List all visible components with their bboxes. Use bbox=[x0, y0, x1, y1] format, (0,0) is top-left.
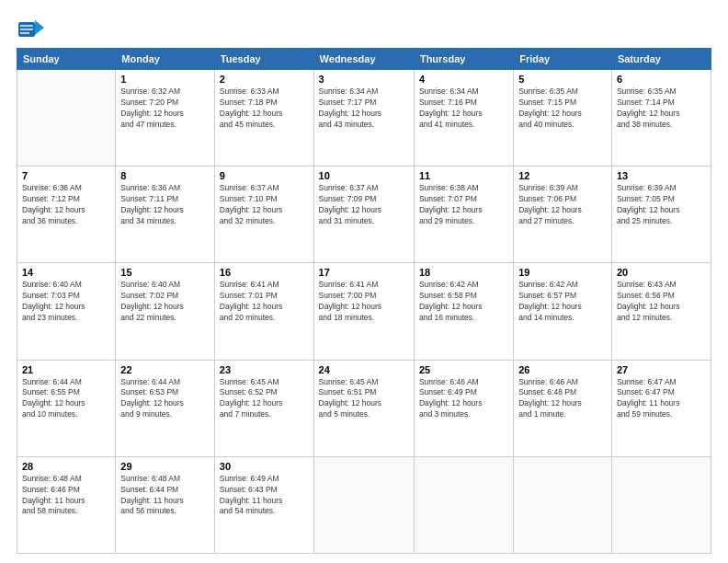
header bbox=[17, 15, 711, 40]
day-cell: 16Sunrise: 6:41 AM Sunset: 7:01 PM Dayli… bbox=[214, 263, 313, 360]
day-info: Sunrise: 6:43 AM Sunset: 6:56 PM Dayligh… bbox=[617, 280, 706, 324]
day-cell: 30Sunrise: 6:49 AM Sunset: 6:43 PM Dayli… bbox=[214, 456, 313, 553]
weekday-header-thursday: Thursday bbox=[414, 49, 513, 70]
day-info: Sunrise: 6:46 AM Sunset: 6:49 PM Dayligh… bbox=[419, 377, 508, 421]
day-info: Sunrise: 6:32 AM Sunset: 7:20 PM Dayligh… bbox=[120, 86, 210, 131]
day-info: Sunrise: 6:45 AM Sunset: 6:51 PM Dayligh… bbox=[319, 377, 409, 421]
day-info: Sunrise: 6:41 AM Sunset: 7:01 PM Dayligh… bbox=[220, 280, 309, 324]
day-number: 29 bbox=[120, 461, 210, 472]
day-number: 16 bbox=[220, 267, 309, 278]
day-info: Sunrise: 6:40 AM Sunset: 7:03 PM Dayligh… bbox=[22, 280, 110, 324]
day-info: Sunrise: 6:44 AM Sunset: 6:55 PM Dayligh… bbox=[22, 377, 110, 421]
day-number: 30 bbox=[220, 461, 309, 472]
day-info: Sunrise: 6:37 AM Sunset: 7:09 PM Dayligh… bbox=[319, 183, 409, 227]
day-cell bbox=[611, 456, 711, 553]
day-number: 28 bbox=[22, 461, 110, 472]
day-cell: 4Sunrise: 6:34 AM Sunset: 7:16 PM Daylig… bbox=[414, 70, 513, 167]
svg-rect-2 bbox=[20, 25, 33, 27]
day-number: 19 bbox=[518, 267, 607, 278]
day-info: Sunrise: 6:35 AM Sunset: 7:15 PM Dayligh… bbox=[518, 86, 607, 131]
day-cell: 29Sunrise: 6:48 AM Sunset: 6:44 PM Dayli… bbox=[116, 456, 215, 553]
day-info: Sunrise: 6:46 AM Sunset: 6:48 PM Dayligh… bbox=[518, 377, 607, 421]
day-cell bbox=[17, 70, 116, 167]
day-number: 21 bbox=[22, 364, 110, 375]
week-row-5: 28Sunrise: 6:48 AM Sunset: 6:46 PM Dayli… bbox=[17, 456, 711, 553]
svg-rect-4 bbox=[20, 32, 29, 34]
day-cell: 24Sunrise: 6:45 AM Sunset: 6:51 PM Dayli… bbox=[313, 360, 414, 456]
day-info: Sunrise: 6:48 AM Sunset: 6:44 PM Dayligh… bbox=[120, 474, 210, 518]
day-info: Sunrise: 6:39 AM Sunset: 7:06 PM Dayligh… bbox=[518, 183, 607, 227]
day-cell: 9Sunrise: 6:37 AM Sunset: 7:10 PM Daylig… bbox=[214, 167, 313, 263]
day-info: Sunrise: 6:36 AM Sunset: 7:12 PM Dayligh… bbox=[22, 183, 110, 227]
day-number: 25 bbox=[419, 364, 508, 375]
day-cell: 7Sunrise: 6:36 AM Sunset: 7:12 PM Daylig… bbox=[17, 167, 116, 263]
day-info: Sunrise: 6:35 AM Sunset: 7:14 PM Dayligh… bbox=[617, 86, 706, 131]
svg-marker-1 bbox=[35, 20, 44, 35]
day-info: Sunrise: 6:39 AM Sunset: 7:05 PM Dayligh… bbox=[617, 183, 706, 227]
day-cell: 17Sunrise: 6:41 AM Sunset: 7:00 PM Dayli… bbox=[313, 263, 414, 360]
day-cell: 27Sunrise: 6:47 AM Sunset: 6:47 PM Dayli… bbox=[611, 360, 711, 456]
day-cell: 8Sunrise: 6:36 AM Sunset: 7:11 PM Daylig… bbox=[116, 167, 215, 263]
day-number: 11 bbox=[419, 170, 508, 181]
day-cell bbox=[313, 456, 414, 553]
day-cell: 3Sunrise: 6:34 AM Sunset: 7:17 PM Daylig… bbox=[313, 70, 414, 167]
day-info: Sunrise: 6:41 AM Sunset: 7:00 PM Dayligh… bbox=[319, 280, 409, 324]
day-cell: 12Sunrise: 6:39 AM Sunset: 7:06 PM Dayli… bbox=[514, 167, 612, 263]
day-number: 9 bbox=[220, 170, 309, 181]
day-number: 6 bbox=[617, 74, 706, 85]
day-info: Sunrise: 6:42 AM Sunset: 6:57 PM Dayligh… bbox=[518, 280, 607, 324]
day-number: 27 bbox=[617, 364, 706, 375]
day-cell: 26Sunrise: 6:46 AM Sunset: 6:48 PM Dayli… bbox=[514, 360, 612, 456]
logo bbox=[17, 15, 46, 40]
day-info: Sunrise: 6:47 AM Sunset: 6:47 PM Dayligh… bbox=[617, 377, 706, 421]
day-info: Sunrise: 6:36 AM Sunset: 7:11 PM Dayligh… bbox=[120, 183, 210, 227]
day-number: 20 bbox=[617, 267, 706, 278]
day-cell: 25Sunrise: 6:46 AM Sunset: 6:49 PM Dayli… bbox=[414, 360, 513, 456]
day-number: 14 bbox=[22, 267, 110, 278]
day-cell: 13Sunrise: 6:39 AM Sunset: 7:05 PM Dayli… bbox=[611, 167, 711, 263]
day-cell: 28Sunrise: 6:48 AM Sunset: 6:46 PM Dayli… bbox=[17, 456, 116, 553]
day-cell: 23Sunrise: 6:45 AM Sunset: 6:52 PM Dayli… bbox=[214, 360, 313, 456]
day-info: Sunrise: 6:49 AM Sunset: 6:43 PM Dayligh… bbox=[220, 474, 309, 518]
day-number: 12 bbox=[518, 170, 607, 181]
week-row-3: 14Sunrise: 6:40 AM Sunset: 7:03 PM Dayli… bbox=[17, 263, 711, 360]
day-info: Sunrise: 6:45 AM Sunset: 6:52 PM Dayligh… bbox=[220, 377, 309, 421]
day-number: 13 bbox=[617, 170, 706, 181]
day-cell: 15Sunrise: 6:40 AM Sunset: 7:02 PM Dayli… bbox=[116, 263, 215, 360]
day-cell: 2Sunrise: 6:33 AM Sunset: 7:18 PM Daylig… bbox=[214, 70, 313, 167]
day-info: Sunrise: 6:37 AM Sunset: 7:10 PM Dayligh… bbox=[220, 183, 309, 227]
page: SundayMondayTuesdayWednesdayThursdayFrid… bbox=[0, 0, 728, 563]
week-row-1: 1Sunrise: 6:32 AM Sunset: 7:20 PM Daylig… bbox=[17, 70, 711, 167]
day-cell: 11Sunrise: 6:38 AM Sunset: 7:07 PM Dayli… bbox=[414, 167, 513, 263]
day-number: 23 bbox=[220, 364, 309, 375]
svg-rect-3 bbox=[20, 29, 33, 30]
weekday-header-row: SundayMondayTuesdayWednesdayThursdayFrid… bbox=[17, 49, 711, 70]
day-cell: 19Sunrise: 6:42 AM Sunset: 6:57 PM Dayli… bbox=[514, 263, 612, 360]
day-number: 3 bbox=[319, 74, 409, 85]
weekday-header-wednesday: Wednesday bbox=[313, 49, 414, 70]
day-number: 22 bbox=[120, 364, 210, 375]
day-info: Sunrise: 6:38 AM Sunset: 7:07 PM Dayligh… bbox=[419, 183, 508, 227]
day-cell bbox=[514, 456, 612, 553]
day-number: 8 bbox=[120, 170, 210, 181]
day-number: 7 bbox=[22, 170, 110, 181]
day-cell: 1Sunrise: 6:32 AM Sunset: 7:20 PM Daylig… bbox=[116, 70, 215, 167]
day-number: 15 bbox=[120, 267, 210, 278]
day-cell: 18Sunrise: 6:42 AM Sunset: 6:58 PM Dayli… bbox=[414, 263, 513, 360]
day-cell: 6Sunrise: 6:35 AM Sunset: 7:14 PM Daylig… bbox=[611, 70, 711, 167]
weekday-header-saturday: Saturday bbox=[611, 49, 711, 70]
day-cell: 14Sunrise: 6:40 AM Sunset: 7:03 PM Dayli… bbox=[17, 263, 116, 360]
day-info: Sunrise: 6:48 AM Sunset: 6:46 PM Dayligh… bbox=[22, 474, 110, 518]
day-number: 26 bbox=[518, 364, 607, 375]
day-number: 4 bbox=[419, 74, 508, 85]
day-number: 24 bbox=[319, 364, 409, 375]
weekday-header-tuesday: Tuesday bbox=[214, 49, 313, 70]
week-row-2: 7Sunrise: 6:36 AM Sunset: 7:12 PM Daylig… bbox=[17, 167, 711, 263]
day-cell: 22Sunrise: 6:44 AM Sunset: 6:53 PM Dayli… bbox=[116, 360, 215, 456]
day-number: 2 bbox=[220, 74, 309, 85]
day-cell: 10Sunrise: 6:37 AM Sunset: 7:09 PM Dayli… bbox=[313, 167, 414, 263]
day-number: 1 bbox=[120, 74, 210, 85]
day-info: Sunrise: 6:33 AM Sunset: 7:18 PM Dayligh… bbox=[220, 86, 309, 131]
day-number: 5 bbox=[518, 74, 607, 85]
day-info: Sunrise: 6:40 AM Sunset: 7:02 PM Dayligh… bbox=[120, 280, 210, 324]
